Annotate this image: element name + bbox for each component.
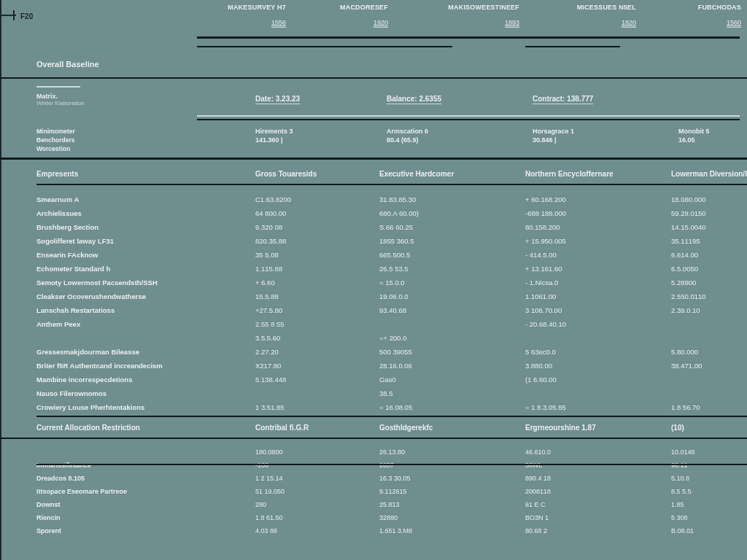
alloc-row: Riencin1.8 61.5032880BO3N 15 308 xyxy=(36,512,740,524)
alloc-value: B.08.01 xyxy=(671,527,747,534)
row-value: 38.5 xyxy=(379,389,525,397)
tophdr-2-sub: 1893 xyxy=(505,19,519,28)
row-value: X217.80 xyxy=(255,362,379,370)
row-value: - 414.5.00 xyxy=(525,251,671,259)
summary2-lab1: Benchorders xyxy=(36,136,255,144)
alloc-label: Immanssifesance xyxy=(36,462,255,469)
table-row: Brushberg Section9.320 08S.66 60.2580.15… xyxy=(36,220,740,233)
row-value: (1 6.60.00 xyxy=(525,376,671,384)
alloc-value: 1.85 xyxy=(671,501,747,508)
s2-c0-1: 141.360 | xyxy=(255,136,387,144)
row-value: 1.8 56.70 xyxy=(671,403,747,411)
s2-c3-1: 16.05 xyxy=(678,136,747,144)
alloc-value: 10.0148 xyxy=(671,448,747,456)
tophdr-1-title: MACDORESEF xyxy=(298,4,388,11)
tophdr-3-title: MICESSUES N5EL xyxy=(531,4,636,11)
row-value: 80.158.200 xyxy=(525,223,671,231)
row-label: Echometer Standard h xyxy=(36,265,255,273)
alloc-value: 8.5 5.5 xyxy=(671,488,747,495)
alloc-value: 51 19.050 xyxy=(255,488,379,495)
row-value: C1.63.8200 xyxy=(255,195,379,203)
summary1-col2: Contract: 138.777 xyxy=(533,95,593,104)
summary2-lab2: Worcestion xyxy=(36,144,255,153)
row-value: 2.550.0110 xyxy=(671,292,747,300)
row-value: 3 106.70.00 xyxy=(525,306,671,314)
table-row: Briter f5R Authentcand increandecismX217… xyxy=(36,359,740,372)
row-value: 19.06.0.0 xyxy=(379,292,525,300)
row-value: 93.40.68 xyxy=(379,306,525,314)
row-value: 2.27.20 xyxy=(255,348,379,356)
row-value: 6.5.0050 xyxy=(671,265,747,273)
row-value: 5.138.448 xyxy=(255,376,379,384)
row-value: 14.15.0040 xyxy=(671,223,747,231)
row-value: 5.28900 xyxy=(671,279,747,287)
alloc-value: 5.10.8 xyxy=(671,475,747,482)
tophdr-3-sub: 1820 xyxy=(622,19,636,28)
alloc-row: 180.080026.13.8046.610.010.0148 xyxy=(36,446,740,458)
row-value: = 15.0.0 xyxy=(379,279,525,287)
row-value: +27.5.80 xyxy=(255,306,379,314)
mh3: Northern Encycloffernare xyxy=(525,170,671,178)
table-row: Crowiery Louse Pherhtentakions1 3.51.85=… xyxy=(36,400,740,413)
row-label: Cleakser Ocoverushendwatherse xyxy=(36,292,255,300)
row-value: 9.320 08 xyxy=(255,223,379,231)
s2-c2-1: 30.846 | xyxy=(533,136,678,144)
s2-c3-0: Monobit 5 xyxy=(678,127,747,136)
row-value: 31.83.85.30 xyxy=(379,195,525,203)
row-value: + 6.60 xyxy=(255,279,379,287)
summary1-label-sub: Winter Elaboration xyxy=(36,100,255,106)
table-row: Echometer Standard h1.115.8826.5 53.5+ 1… xyxy=(36,262,740,275)
section-title: Overall Baseline xyxy=(36,60,99,69)
alloc-value: 4.03 86 xyxy=(255,527,379,534)
main-table-header: Empresents Gross Touaresids Executive Ha… xyxy=(36,165,740,182)
ah1: Contribal fi.G.R xyxy=(255,424,379,432)
row-label: Sogolifferet laway LF31 xyxy=(36,237,255,245)
row-label: Semoty Lowermost Pacsendsth/SSH xyxy=(36,279,255,287)
alloc-value: 5 308 xyxy=(671,514,747,521)
row-value: 5 63ec0.0 xyxy=(525,348,671,356)
row-value: 500 39055 xyxy=(379,348,525,356)
row-value: 64 800.00 xyxy=(255,209,379,217)
s2-c1-1: 80.4 (65.9) xyxy=(387,136,533,144)
alloc-label: Sporent xyxy=(36,527,255,534)
alloc-value: 26.13.80 xyxy=(379,448,525,456)
table-row: Gressesmakjdourman Bileasse2.27.20500 39… xyxy=(36,345,740,358)
alloc-label: Downst xyxy=(36,501,255,508)
row-value: Gas0 xyxy=(379,376,525,384)
s2-c0-0: Hirements 3 xyxy=(255,127,387,136)
row-value: 3.5.5.60 xyxy=(255,334,379,342)
table-row: Lanschsh Restartatioss+27.5.8093.40.683 … xyxy=(36,303,740,316)
row-value: 680.A 60.00) xyxy=(379,209,525,217)
row-value: 2.39.0.10 xyxy=(671,306,747,314)
row-value: 59.29.0150 xyxy=(671,209,747,217)
tophdr-0-sub: 1556 xyxy=(271,19,286,28)
row-label: Mambine incorrespecdetions xyxy=(36,376,255,384)
row-label: Briter f5R Authentcand increandecism xyxy=(36,362,255,370)
table-row: Mambine incorrespecdetions5.138.448Gas0(… xyxy=(36,373,740,386)
ah2: Gosthldgerekfc xyxy=(379,424,525,432)
row-value: 1855 360.5 xyxy=(379,237,525,245)
table-row: Anthem Peex2.55 8 55- 20.68.40.10 xyxy=(36,317,740,330)
ah4: (10) xyxy=(671,424,747,432)
row-label: Brushberg Section xyxy=(36,223,255,231)
table-row: Archielissues64 800.00680.A 60.00)-688 1… xyxy=(36,206,740,219)
ah3: Ergrneourshine 1.87 xyxy=(525,424,671,432)
table-row: Cleakser Ocoverushendwatherse15.5.8819.0… xyxy=(36,289,740,303)
alloc-value: 46.610.0 xyxy=(525,448,671,456)
row-value: 820.35.88 xyxy=(255,237,379,245)
summary1-col0: Date: 3.23.23 xyxy=(255,95,300,104)
alloc-value: 16.3 30.05 xyxy=(379,475,525,482)
alloc-value: 2657 xyxy=(379,462,525,469)
table-row: Sogolifferet laway LF31820.35.881855 360… xyxy=(36,234,740,247)
alloc-row: Downst28025.81361 E C1.85 xyxy=(36,499,740,510)
row-value: =+ 200.0 xyxy=(379,334,525,342)
alloc-row: Ittsopace Eseomare Partreoe51 19.0509.11… xyxy=(36,486,740,497)
row-value: 28.16.0.06 xyxy=(379,362,525,370)
s2-c1-0: Armscation 6 xyxy=(387,127,533,136)
table-row: Ensearin FAcknow35 5.08665.500.5- 414.5.… xyxy=(36,248,740,261)
alloc-row: Immanssifesance-108265758WL98.11 xyxy=(36,459,740,471)
table-row: Semoty Lowermost Pacsendsth/SSH+ 6.60= 1… xyxy=(36,276,740,289)
mh1: Gross Touaresids xyxy=(255,170,379,178)
row-value: 1 3.51.85 xyxy=(255,403,379,411)
row-value: = 16.08.05 xyxy=(379,403,525,411)
